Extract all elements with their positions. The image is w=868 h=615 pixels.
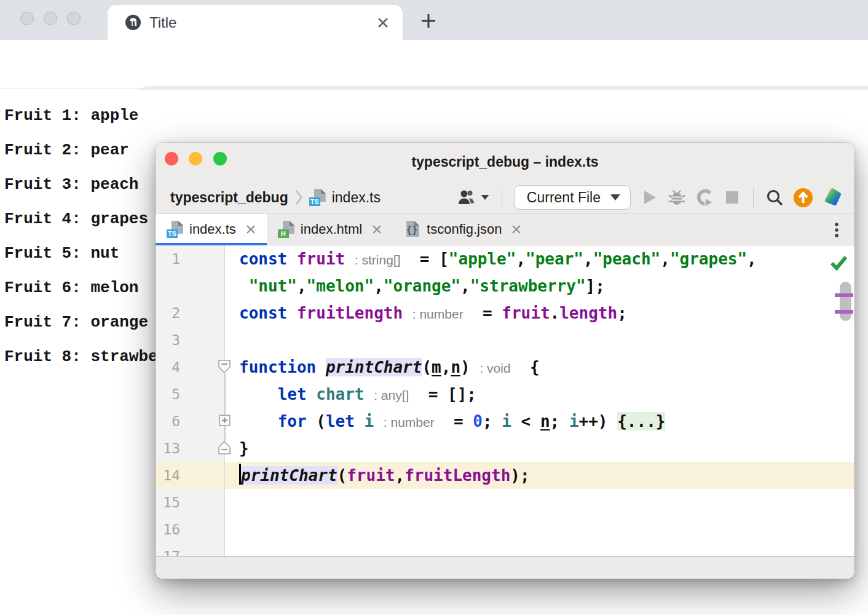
inspection-ok-check-icon[interactable] bbox=[829, 254, 848, 271]
editor-line[interactable]: 15 bbox=[156, 489, 854, 516]
tab-label: tsconfig.json bbox=[427, 221, 502, 237]
tab-index-html[interactable]: H index.html bbox=[267, 214, 393, 245]
ide-close-light[interactable] bbox=[165, 152, 178, 165]
code-text bbox=[225, 489, 854, 516]
line-number: 6 bbox=[156, 408, 180, 435]
code-text: function printChart(m,n) : void { bbox=[225, 354, 854, 381]
breadcrumb-project[interactable]: typescript_debug bbox=[170, 189, 288, 206]
tab-index-ts[interactable]: TS index.ts bbox=[156, 214, 267, 245]
line-number: 4 bbox=[156, 354, 180, 381]
ide-minimize-light[interactable] bbox=[189, 152, 202, 165]
tab-close-icon[interactable] bbox=[376, 15, 390, 30]
editor-line[interactable]: 16 bbox=[156, 516, 854, 543]
code-text: const fruitLength : number = fruit.lengt… bbox=[225, 300, 854, 327]
gutter-fold-strip bbox=[180, 462, 225, 489]
ide-window-title: typescript_debug – index.ts bbox=[156, 143, 854, 181]
tab-close-icon[interactable] bbox=[371, 223, 383, 236]
debug-button[interactable] bbox=[668, 188, 686, 207]
new-tab-button[interactable] bbox=[420, 12, 437, 30]
line-number: 14 bbox=[156, 462, 180, 489]
stop-button[interactable] bbox=[723, 188, 741, 207]
update-button[interactable] bbox=[793, 188, 813, 208]
gutter-fold-strip bbox=[180, 516, 225, 543]
code-text: "nut","melon","orange","strawberry"]; bbox=[225, 272, 854, 300]
gutter-fold-strip bbox=[180, 489, 225, 516]
code-text: } bbox=[225, 435, 854, 462]
editor-line[interactable]: 2const fruitLength : number = fruit.leng… bbox=[156, 300, 854, 327]
gutter-fold-strip bbox=[180, 327, 225, 354]
error-stripe-mark[interactable] bbox=[835, 293, 853, 297]
gutter-fold-strip bbox=[180, 245, 225, 272]
tab-options-kebab-icon[interactable] bbox=[829, 222, 845, 238]
editor-current-line[interactable]: 14printChart(fruit,fruitLength); bbox=[156, 462, 854, 489]
run-configuration-selector[interactable]: Current File bbox=[514, 185, 631, 210]
line-number bbox=[156, 272, 180, 300]
editor-line[interactable]: 17 bbox=[156, 543, 854, 556]
line-number: 13 bbox=[156, 435, 180, 462]
editor-line[interactable]: 5 let chart : any[] = []; bbox=[156, 381, 854, 408]
site-favicon-icon bbox=[125, 14, 141, 31]
ide-titlebar: typescript_debug – index.ts bbox=[156, 143, 854, 181]
code-text bbox=[225, 543, 854, 556]
tab-label: index.html bbox=[301, 221, 362, 237]
dropdown-caret-icon bbox=[481, 195, 489, 200]
error-stripe-mark[interactable] bbox=[835, 310, 853, 314]
code-text bbox=[225, 327, 854, 354]
coverage-button[interactable] bbox=[695, 188, 714, 207]
fold-guide-line bbox=[224, 374, 226, 441]
page-text-line: Fruit 1: apple bbox=[4, 98, 186, 133]
editor-line[interactable]: 3 bbox=[156, 327, 854, 354]
toolbar-divider bbox=[753, 187, 754, 208]
fold-collapse-start-icon[interactable] bbox=[218, 359, 231, 374]
tab-close-icon[interactable] bbox=[245, 223, 257, 236]
browser-minimize-light[interactable] bbox=[44, 12, 57, 25]
profile-button[interactable] bbox=[457, 188, 490, 207]
run-button[interactable] bbox=[640, 188, 658, 207]
browser-maximize-light[interactable] bbox=[67, 12, 81, 25]
browser-close-light[interactable] bbox=[20, 12, 34, 25]
tab-title: Title bbox=[149, 5, 176, 40]
browser-toolbar: localhost:8888/index.html bbox=[0, 40, 868, 89]
line-number: 5 bbox=[156, 381, 180, 408]
line-number: 2 bbox=[156, 300, 180, 327]
gutter-fold-strip bbox=[180, 381, 225, 408]
editor-scrollbar-thumb[interactable] bbox=[840, 282, 851, 321]
editor-line[interactable]: "nut","melon","orange","strawberry"]; bbox=[156, 272, 854, 300]
code-text: let chart : any[] = []; bbox=[225, 381, 854, 408]
search-everywhere-button[interactable] bbox=[765, 188, 784, 207]
browser-tabstrip: Title bbox=[0, 0, 868, 40]
code-text bbox=[225, 516, 854, 543]
fold-expand-icon[interactable] bbox=[219, 415, 231, 426]
gutter-fold-strip bbox=[180, 543, 225, 556]
dropdown-caret-icon bbox=[610, 194, 620, 200]
tab-tsconfig-json[interactable]: {} tsconfig.json bbox=[393, 214, 532, 245]
ide-statusbar bbox=[156, 556, 854, 579]
tab-close-icon[interactable] bbox=[510, 223, 523, 236]
code-editor[interactable]: 1const fruit : string[] = ["apple","pear… bbox=[156, 245, 854, 556]
line-number: 1 bbox=[156, 245, 180, 272]
tab-label: index.ts bbox=[189, 221, 236, 237]
ide-gem-icon[interactable] bbox=[823, 187, 843, 208]
typescript-file-icon: TS bbox=[167, 221, 183, 238]
line-number: 16 bbox=[156, 516, 180, 543]
fold-collapse-end-icon[interactable] bbox=[218, 440, 231, 455]
editor-line[interactable]: 1const fruit : string[] = ["apple","pear… bbox=[156, 245, 854, 272]
code-text: for (let i : number = 0; i < n; i++) {..… bbox=[225, 408, 854, 435]
code-text: const fruit : string[] = ["apple","pear"… bbox=[225, 245, 854, 272]
toolbar-divider bbox=[502, 187, 502, 208]
editor-line[interactable]: 6 for (let i : number = 0; i < n; i++) {… bbox=[156, 408, 854, 435]
line-number: 3 bbox=[156, 327, 180, 354]
ide-window: typescript_debug – index.ts typescript_d… bbox=[156, 143, 854, 579]
run-config-label: Current File bbox=[527, 189, 601, 206]
breadcrumb-file[interactable]: index.ts bbox=[332, 189, 381, 206]
editor-line[interactable]: 4function printChart(m,n) : void { bbox=[156, 354, 854, 381]
browser-tab[interactable]: Title bbox=[108, 5, 403, 40]
line-number: 15 bbox=[156, 489, 180, 516]
chevron-right-icon bbox=[294, 189, 303, 205]
ide-main-toolbar: typescript_debug TS index.ts bbox=[156, 181, 854, 213]
gutter-fold-strip bbox=[180, 300, 225, 327]
editor-line[interactable]: 13} bbox=[156, 435, 854, 462]
breadcrumb: typescript_debug TS index.ts bbox=[170, 189, 381, 206]
code-text: printChart(fruit,fruitLength); bbox=[225, 462, 854, 489]
ide-maximize-light[interactable] bbox=[213, 152, 227, 165]
